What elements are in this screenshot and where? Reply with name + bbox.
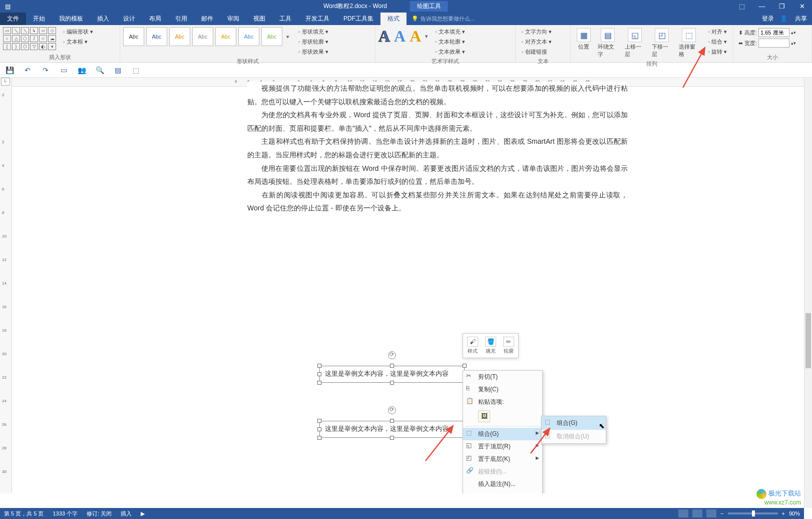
status-insert-mode[interactable]: 插入	[121, 510, 132, 517]
text-effects-button[interactable]: 文本效果 ▾	[432, 47, 468, 57]
tab-insert[interactable]: 插入	[90, 13, 116, 25]
status-track-changes[interactable]: 修订: 关闭	[87, 510, 112, 517]
tab-review[interactable]: 审阅	[220, 13, 246, 25]
submenu-group[interactable]: ⬚组合(G)	[542, 416, 606, 430]
menu-copy[interactable]: ⎘复制(C)	[463, 383, 542, 396]
redo-icon[interactable]: ↷	[41, 66, 50, 75]
scrollbar-thumb[interactable]	[805, 313, 811, 368]
document-canvas[interactable]: 8642246810121416182022242628303234363840…	[12, 78, 812, 493]
minimize-button[interactable]: —	[752, 3, 772, 10]
save-icon[interactable]: 💾	[5, 66, 14, 75]
tab-design[interactable]: 设计	[116, 13, 142, 25]
tab-references[interactable]: 引用	[168, 13, 194, 25]
share-button[interactable]: 👤 共享	[780, 15, 807, 23]
qat-icon-5[interactable]: ⬚	[131, 66, 140, 75]
resize-handle[interactable]	[390, 419, 394, 423]
zoom-out[interactable]: −	[720, 510, 723, 516]
menu-group[interactable]: ⬚组合(G)▶	[463, 428, 542, 440]
vertical-ruler[interactable]: L 224681012141618202224262830	[0, 78, 12, 493]
menu-bring-front[interactable]: ◱置于顶层(R)▶	[463, 440, 542, 453]
resize-handle[interactable]	[317, 372, 321, 376]
textbox-2[interactable]: 这里是举例文本内容，这里是举例文本内容	[319, 421, 465, 438]
shape-fill-button[interactable]: 形状填充 ▾	[295, 27, 331, 37]
resize-handle[interactable]	[390, 381, 394, 385]
menu-send-back[interactable]: ◰置于底层(K)▶	[463, 453, 542, 465]
restore-button[interactable]: ❐	[772, 3, 792, 10]
view-web-layout[interactable]	[706, 509, 716, 517]
align-button[interactable]: 对齐 ▾	[705, 27, 730, 37]
tab-tools[interactable]: 工具	[272, 13, 298, 25]
bring-forward-button[interactable]: ◱上移一层	[622, 27, 648, 59]
text-fill-button[interactable]: 文本填充 ▾	[432, 27, 468, 37]
tab-file[interactable]: 文件	[0, 13, 26, 25]
vertical-scrollbar[interactable]	[804, 78, 812, 508]
rotate-handle-icon[interactable]	[388, 351, 396, 359]
align-text-button[interactable]: 对齐文本 ▾	[519, 37, 555, 47]
tab-home[interactable]: 开始	[26, 13, 52, 25]
resize-handle[interactable]	[390, 364, 394, 368]
resize-handle[interactable]	[317, 364, 321, 368]
zoom-slider[interactable]	[728, 512, 778, 514]
zoom-thumb[interactable]	[752, 510, 755, 516]
tab-developer[interactable]: 开发工具	[298, 13, 336, 25]
resize-handle[interactable]	[317, 427, 321, 431]
ribbon-display-options[interactable]: ⬚	[732, 3, 752, 10]
create-link-button[interactable]: 创建链接	[519, 47, 555, 57]
login-button[interactable]: 登录	[762, 15, 774, 23]
resize-handle[interactable]	[390, 436, 394, 440]
mini-outline-button[interactable]: ✏轮廓	[501, 336, 516, 356]
rotate-button[interactable]: 旋转 ▾	[705, 47, 730, 57]
tab-format[interactable]: 格式	[380, 13, 407, 25]
tab-mailings[interactable]: 邮件	[194, 13, 220, 25]
gallery-more[interactable]: ▾	[284, 34, 291, 40]
menu-wrap-text[interactable]: ▤环绕文字(W)▶	[463, 490, 542, 493]
view-read-mode[interactable]	[678, 509, 688, 517]
resize-handle[interactable]	[317, 419, 321, 423]
selection-pane-button[interactable]: ⬚选择窗格	[676, 27, 702, 59]
menu-cut[interactable]: ✂剪切(T)	[463, 371, 542, 383]
menu-caption[interactable]: 插入题注(N)...	[463, 478, 542, 490]
textbox-1[interactable]: 这里是举例文本内容，这里是举例文本内容	[319, 366, 465, 383]
resize-handle[interactable]	[317, 436, 321, 440]
resize-handle[interactable]	[463, 364, 467, 368]
qat-icon-3[interactable]: 🔍	[95, 66, 104, 75]
text-outline-button[interactable]: 文本轮廓 ▾	[432, 37, 468, 47]
tab-view[interactable]: 视图	[246, 13, 272, 25]
height-input[interactable]	[758, 28, 789, 37]
tab-templates[interactable]: 我的模板	[52, 13, 90, 25]
wordart-gallery[interactable]: A A A ▾	[378, 27, 428, 46]
status-page[interactable]: 第 5 页，共 5 页	[4, 510, 44, 517]
send-backward-button[interactable]: ◰下移一层	[649, 27, 675, 59]
textbox-button[interactable]: 文本框 ▾	[60, 37, 96, 47]
wrap-text-button[interactable]: ▤环绕文字	[595, 27, 621, 59]
position-button[interactable]: ▦位置	[574, 27, 594, 52]
tab-selector[interactable]: L	[1, 78, 10, 86]
qat-icon-2[interactable]: 👥	[77, 66, 86, 75]
zoom-in[interactable]: +	[782, 510, 785, 516]
shape-style-gallery[interactable]: Abc Abc Abc Abc Abc Abc Abc ▾	[123, 27, 291, 46]
undo-icon[interactable]: ↶	[23, 66, 32, 75]
status-word-count[interactable]: 1333 个字	[53, 510, 78, 517]
shape-effects-button[interactable]: 形状效果 ▾	[295, 47, 331, 57]
rotate-handle-icon[interactable]	[388, 406, 396, 414]
view-print-layout[interactable]	[692, 509, 702, 517]
tell-me-search[interactable]: 告诉我您想要做什么...	[412, 15, 475, 23]
mini-fill-button[interactable]: 🪣填充	[483, 336, 498, 356]
mini-style-button[interactable]: 🖌样式	[465, 336, 480, 356]
edit-shape-button[interactable]: 编辑形状 ▾	[60, 27, 96, 37]
zoom-level[interactable]: 90%	[789, 510, 800, 516]
group-button[interactable]: 组合 ▾	[705, 37, 730, 47]
qat-icon-4[interactable]: ▤	[113, 66, 122, 75]
shape-outline-button[interactable]: 形状轮廓 ▾	[295, 37, 331, 47]
resize-handle[interactable]	[317, 381, 321, 385]
shapes-gallery[interactable]: ▭＼＼↳▱◇ ○△⬡⤴☆☁ {}⬠▽◐▾	[3, 27, 56, 50]
paste-picture-icon[interactable]: 🖼	[478, 410, 490, 422]
text-direction-button[interactable]: 文字方向 ▾	[519, 27, 555, 37]
status-macro-icon[interactable]: ▶	[141, 510, 145, 517]
tab-pdf[interactable]: PDF工具集	[336, 13, 380, 25]
qat-icon-1[interactable]: ▭	[59, 66, 68, 75]
width-input[interactable]	[758, 39, 789, 48]
close-button[interactable]: ✕	[792, 3, 812, 10]
group-wordart-styles: A A A ▾ 文本填充 ▾ 文本轮廓 ▾ 文本效果 ▾ 艺术字样式	[375, 25, 516, 62]
tab-layout[interactable]: 布局	[142, 13, 168, 25]
